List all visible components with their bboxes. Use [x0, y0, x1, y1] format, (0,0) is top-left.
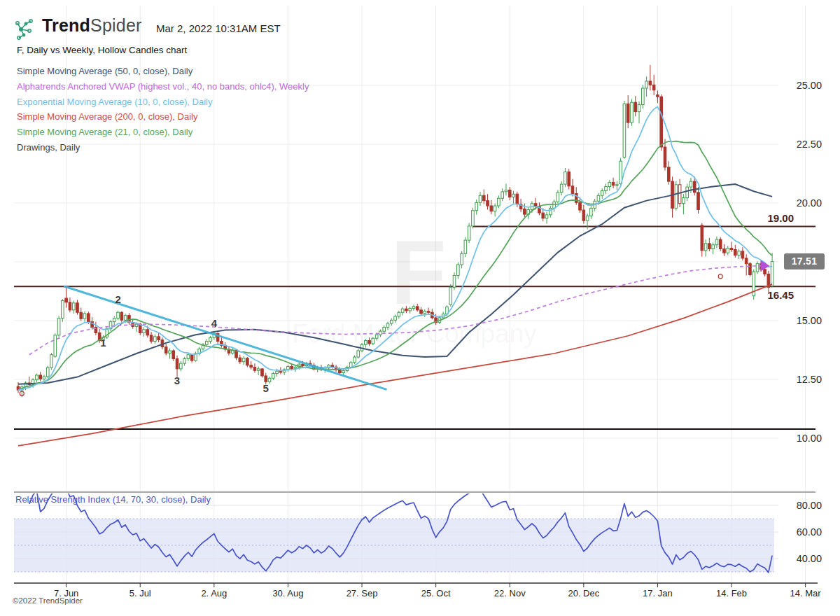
x-axis-label[interactable]: 22. Nov [494, 588, 526, 598]
candle [612, 178, 615, 188]
candle-body [723, 249, 726, 253]
price-axis-label[interactable]: 20.00 [797, 197, 822, 209]
candle-body [83, 314, 86, 318]
candle [180, 361, 183, 371]
candle [701, 223, 704, 257]
candle-body [701, 225, 704, 251]
price-axis-label[interactable]: 22.50 [797, 139, 822, 150]
candle [46, 366, 49, 379]
legend-item-sma200[interactable]: Simple Moving Average (200, 0, close), D… [17, 109, 309, 125]
x-axis-label[interactable]: 17. Jan [643, 588, 673, 598]
candle-body [475, 202, 478, 210]
candle-body [771, 262, 774, 286]
candle-body [461, 253, 463, 265]
candle [512, 191, 515, 204]
candle [649, 65, 652, 91]
candle-body [420, 310, 423, 314]
candle-body [405, 309, 408, 311]
candle-body [176, 358, 178, 368]
wave-label[interactable]: 5 [263, 382, 269, 394]
price-level-label-19[interactable]: 19.00 [750, 212, 794, 224]
candle [749, 262, 752, 276]
candle-body [365, 341, 368, 345]
legend-item-sma21[interactable]: Simple Moving Average (21, 0, close), Da… [17, 125, 309, 140]
candle [62, 299, 64, 322]
candle-body [386, 323, 389, 327]
rsi-axis-label[interactable]: 80.00 [797, 500, 822, 511]
candle [239, 355, 241, 364]
wave-label[interactable]: 1 [100, 337, 106, 349]
candle [605, 183, 608, 194]
candle-body [571, 186, 574, 194]
price-axis-label[interactable]: 25.00 [797, 80, 822, 91]
candle [741, 247, 744, 260]
x-axis-label[interactable]: 14. Feb [716, 588, 747, 598]
candle-body [560, 184, 563, 192]
candle [508, 187, 511, 200]
candle [626, 95, 629, 128]
candle-body [715, 239, 718, 245]
x-axis-label[interactable]: 2. Aug [201, 588, 227, 598]
x-axis-label[interactable]: 14. Mar [790, 588, 822, 598]
x-axis-label[interactable]: 20. Dec [568, 588, 599, 598]
price-axis-label[interactable]: 12.50 [797, 374, 822, 385]
candle-body [261, 369, 264, 376]
candle-body [468, 226, 470, 240]
candle [660, 94, 663, 151]
candle-body [582, 210, 585, 220]
brand-wordmark[interactable]: TrendSpider [42, 15, 142, 36]
candle-body [146, 330, 149, 335]
candle-body [505, 190, 507, 192]
candle [682, 194, 685, 214]
candle-body [453, 275, 456, 287]
candle-body [719, 239, 722, 248]
candle-body [172, 351, 175, 358]
rsi-axis-label[interactable]: 40.00 [797, 553, 822, 564]
candle-body [586, 216, 589, 220]
candle [727, 246, 729, 255]
candle [39, 372, 42, 381]
candle-body [143, 330, 146, 333]
candle [28, 377, 31, 386]
price-axis-label[interactable]: 10.00 [797, 433, 822, 444]
price-axis-label[interactable]: 15.00 [797, 315, 822, 326]
candle-body [745, 258, 748, 264]
candle-body [608, 182, 611, 186]
copyright-notice: ©2022 TrendSpider [13, 596, 83, 605]
candle-body [164, 347, 167, 354]
candle-body [690, 181, 692, 187]
candle [667, 161, 670, 185]
legend-item-drawings[interactable]: Drawings, Daily [17, 140, 309, 155]
legend-item-ema10[interactable]: Exponential Moving Average (10, 0, close… [17, 94, 309, 110]
candle [154, 334, 157, 343]
candle-body [764, 270, 766, 274]
rsi-panel-title[interactable]: Relative Strength Index (14, 70, 30, clo… [15, 494, 211, 505]
candle-body [372, 338, 374, 344]
wave-label[interactable]: 4 [211, 317, 218, 329]
legend-item-anchored-vwap[interactable]: Alphatrends Anchored VWAP (highest vol.,… [17, 79, 309, 94]
candle-body [368, 341, 371, 344]
x-axis-label[interactable]: 27. Sep [346, 588, 378, 598]
candle-body [412, 307, 415, 309]
candle-body [601, 191, 603, 196]
x-axis-label[interactable]: 25. Oct [421, 588, 451, 598]
candle [553, 200, 556, 212]
candle [734, 245, 737, 258]
candle [712, 242, 715, 254]
price-level-label-1645[interactable]: 16.45 [750, 289, 794, 301]
x-axis-label[interactable]: 5. Jul [130, 588, 151, 598]
candle-body [657, 94, 659, 97]
candle [158, 332, 160, 342]
candle-body [749, 264, 752, 275]
candle-body [486, 201, 489, 206]
wave-label[interactable]: 3 [174, 374, 180, 386]
candle [464, 237, 467, 258]
rsi-axis-label[interactable]: 60.00 [797, 526, 822, 538]
candle [357, 349, 360, 358]
candle-body [302, 364, 304, 365]
x-axis-label[interactable]: 30. Aug [272, 588, 303, 598]
wave-label[interactable]: 2 [115, 293, 120, 305]
legend-item-sma50[interactable]: Simple Moving Average (50, 0, close), Da… [17, 64, 309, 79]
candle [113, 316, 115, 326]
candle [545, 212, 548, 224]
